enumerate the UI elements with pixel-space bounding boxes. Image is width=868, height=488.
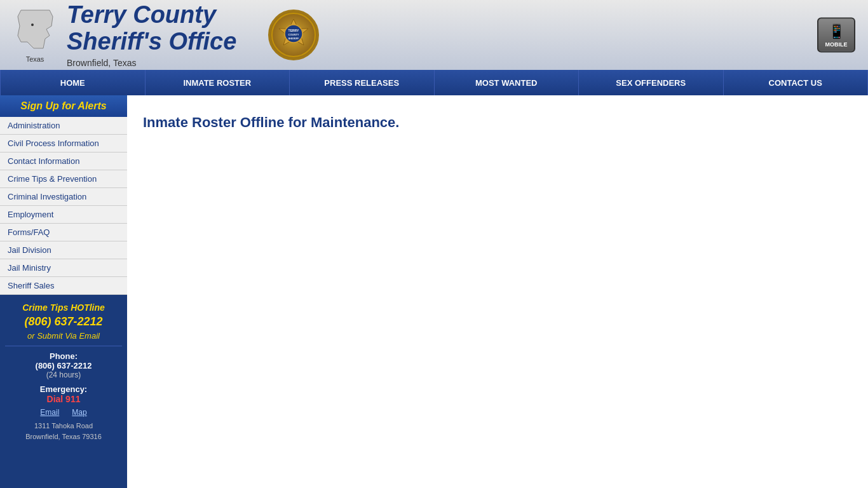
main-content: Inmate Roster Offline for Maintenance. [127,95,868,488]
mobile-button[interactable]: 📱 MOBILE [817,18,855,53]
nav-home[interactable]: HOME [0,70,146,95]
phone-label: Phone: [5,351,122,361]
maintenance-message: Inmate Roster Offline for Maintenance. [143,114,852,131]
crime-tips-phone[interactable]: (806) 637-2212 [5,315,122,329]
sidebar-nav: Administration Civil Process Information… [0,117,127,295]
mobile-label: MOBILE [825,41,848,47]
state-label: Texas [15,55,56,63]
emergency-label: Emergency: [5,384,122,394]
sidebar: Sign Up for Alerts Administration Civil … [0,95,127,488]
nav-contact-us[interactable]: CONTACT US [724,70,869,95]
title-line1: Terry County [67,2,236,29]
svg-point-0 [31,24,34,26]
contact-links: Email Map [5,408,122,417]
svg-text:TERRY: TERRY [288,29,299,32]
crime-tips-email-link[interactable]: or Submit Via Email [5,331,122,341]
mobile-icon: 📱 [828,23,845,39]
svg-text:COUNTY: COUNTY [288,33,299,36]
sidebar-info: Crime Tips HOTline (806) 637-2212 or Sub… [0,295,127,449]
crime-tips-title: Crime Tips HOTline [5,302,122,313]
header-branding: Texas Terry County Sheriff's Office Brow… [13,2,319,68]
sidebar-item-sheriff-sales[interactable]: Sheriff Sales [0,277,127,295]
sidebar-item-crime-tips[interactable]: Crime Tips & Prevention [0,170,127,188]
address-line2: Brownfield, Texas 79316 [5,431,122,442]
main-navbar: HOME INMATE ROSTER PRESS RELEASES MOST W… [0,70,868,95]
site-header: Texas Terry County Sheriff's Office Brow… [0,0,868,70]
nav-inmate-roster[interactable]: INMATE ROSTER [146,70,290,95]
dial-911: Dial 911 [5,394,122,404]
site-title: Terry County Sheriff's Office Brownfield… [67,2,236,68]
address-line1: 1311 Tahoka Road [5,421,122,431]
sidebar-item-civil-process[interactable]: Civil Process Information [0,135,127,152]
sheriff-badge: TERRY COUNTY SHERIFF [268,10,319,60]
title-line2: Sheriff's Office [67,29,236,55]
sidebar-item-employment[interactable]: Employment [0,206,127,224]
sidebar-item-jail-ministry[interactable]: Jail Ministry [0,259,127,277]
nav-sex-offenders[interactable]: SEX OFFENDERS [579,70,724,95]
subtitle: Brownfield, Texas [67,58,236,68]
map-link[interactable]: Map [72,408,86,417]
main-layout: Sign Up for Alerts Administration Civil … [0,95,868,488]
sidebar-item-jail-division[interactable]: Jail Division [0,241,127,259]
nav-most-wanted[interactable]: MOST WANTED [435,70,580,95]
sidebar-item-criminal-investigation[interactable]: Criminal Investigation [0,188,127,206]
signup-alerts-label: Sign Up for Alerts [20,100,106,111]
nav-press-releases[interactable]: PRESS RELEASES [290,70,435,95]
phone-number: (806) 637-2212 [5,361,122,370]
sidebar-item-administration[interactable]: Administration [0,117,127,135]
phone-hours: (24 hours) [5,370,122,379]
svg-text:SHERIFF: SHERIFF [288,37,300,40]
badge-area: TERRY COUNTY SHERIFF [268,10,319,60]
email-link[interactable]: Email [40,408,59,417]
sidebar-item-contact-info[interactable]: Contact Information [0,152,127,170]
texas-map: Texas [13,11,57,59]
sidebar-item-forms-faq[interactable]: Forms/FAQ [0,224,127,241]
sidebar-header[interactable]: Sign Up for Alerts [0,95,127,117]
